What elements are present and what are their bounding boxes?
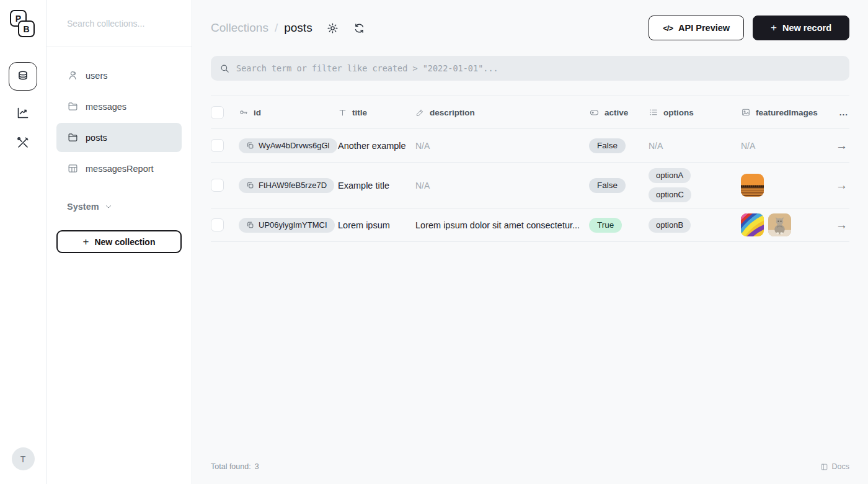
column-header-options[interactable]: options [649, 107, 741, 117]
records-search-input[interactable] [236, 63, 841, 73]
column-header-featuredImages[interactable]: featuredImages [741, 107, 831, 117]
cell-title: Example title [338, 181, 389, 190]
record-id-pill[interactable]: UP06yiygImYTMCI [239, 218, 335, 233]
open-record-arrow-icon[interactable]: → [836, 179, 848, 191]
toggle-icon [589, 107, 600, 118]
collections-search-input[interactable] [67, 19, 179, 29]
open-record-arrow-icon[interactable]: → [836, 219, 848, 231]
copy-icon [246, 141, 254, 150]
columns-more-button[interactable]: ... [831, 108, 849, 117]
records-filter-bar [211, 56, 849, 81]
rail-nav [9, 62, 37, 150]
table-row[interactable]: UP06yiygImYTMCI Lorem ipsum Lorem ipsum … [211, 208, 849, 242]
text-icon [338, 108, 347, 117]
new-record-button[interactable]: + New record [753, 16, 849, 40]
collections-sidebar: users messages posts messagesReport Syst… [46, 0, 192, 484]
collections-nav-button[interactable] [9, 62, 37, 91]
new-collection-label: New collection [94, 237, 155, 247]
docs-label: Docs [832, 462, 849, 471]
docs-link[interactable]: Docs [820, 462, 849, 471]
pocketbase-logo[interactable]: P B [10, 10, 36, 40]
table-footer: Total found: 3 Docs [211, 449, 849, 484]
user-avatar[interactable]: T [12, 447, 35, 470]
collection-settings-button[interactable] [326, 22, 339, 35]
record-id-pill[interactable]: WyAw4bDrvws6gGl [239, 138, 337, 153]
plus-icon: + [83, 236, 89, 248]
option-pill: optionB [649, 218, 691, 233]
breadcrumb-collections[interactable]: Collections [211, 21, 268, 35]
active-badge: False [589, 138, 626, 153]
option-pill: optionC [649, 187, 691, 202]
cell-featured-images [741, 174, 764, 197]
collections-list: users messages posts messagesReport [46, 47, 192, 183]
row-checkbox[interactable] [211, 179, 224, 192]
total-found: Total found: 3 [211, 462, 259, 471]
cell-featured-images [741, 213, 791, 236]
sidebar-item-users[interactable]: users [56, 61, 182, 90]
app-rail: P B T [0, 0, 46, 484]
chart-line-icon [16, 105, 30, 120]
sidebar-item-label: messagesReport [86, 164, 154, 174]
new-collection-button[interactable]: + New collection [56, 230, 182, 253]
collections-search [46, 0, 192, 47]
column-header-description[interactable]: description [415, 108, 589, 117]
row-checkbox[interactable] [211, 218, 224, 231]
sidebar-item-messagesReport[interactable]: messagesReport [56, 154, 182, 183]
page-title: posts [284, 21, 312, 35]
system-group-toggle[interactable]: System [56, 202, 182, 212]
thumbnail-cat[interactable] [768, 213, 791, 236]
option-pill: optionA [649, 168, 691, 183]
record-id-pill[interactable]: FtHAW9feB5rze7D [239, 178, 334, 193]
open-record-arrow-icon[interactable]: → [836, 140, 848, 151]
settings-nav-button[interactable] [16, 135, 30, 150]
records-table: id title description active [211, 96, 849, 242]
code-icon: </> [663, 24, 673, 33]
total-found-value: 3 [255, 462, 259, 471]
page-header: Collections / posts </> API Preview + Ne… [211, 0, 849, 56]
sidebar-item-posts[interactable]: posts [56, 123, 182, 152]
new-record-label: New record [782, 23, 831, 33]
row-checkbox[interactable] [211, 139, 224, 152]
thumbnail-abstract-rainbow[interactable] [741, 213, 764, 236]
cell-title: Another example [338, 141, 406, 151]
cell-description: Lorem ipsum dolor sit amet consectetur..… [415, 220, 580, 230]
sidebar-item-messages[interactable]: messages [56, 92, 182, 121]
table-row[interactable]: WyAw4bDrvws6gGl Another example N/A Fals… [211, 129, 849, 163]
folder-icon [67, 101, 79, 112]
active-badge: False [589, 178, 626, 193]
logo-b-square: B [18, 20, 35, 37]
table-view-icon [67, 163, 79, 174]
column-header-active[interactable]: active [589, 107, 649, 118]
copy-icon [246, 221, 254, 229]
column-header-id[interactable]: id [239, 107, 338, 117]
cell-description: N/A [415, 141, 430, 151]
users-icon [67, 69, 79, 81]
pencil-icon [415, 108, 425, 117]
cell-description: N/A [415, 181, 430, 190]
logs-nav-button[interactable] [16, 105, 30, 120]
refresh-button[interactable] [353, 22, 366, 35]
sidebar-item-label: messages [86, 102, 126, 112]
copy-icon [246, 181, 254, 189]
api-preview-button[interactable]: </> API Preview [649, 16, 744, 40]
thumbnail-sunset-pier[interactable] [741, 174, 764, 197]
header-actions: </> API Preview + New record [649, 16, 849, 40]
search-icon [219, 63, 230, 74]
cell-title: Lorem ipsum [338, 220, 390, 230]
plus-icon: + [771, 22, 777, 34]
column-header-title[interactable]: title [338, 108, 415, 117]
table-header-row: id title description active [211, 96, 849, 129]
cell-options: optionB [649, 218, 691, 233]
sidebar-item-label: posts [86, 133, 107, 143]
cell-featured-images: N/A [741, 141, 755, 151]
chevron-down-icon [104, 202, 113, 211]
cell-options: optionA optionC [649, 168, 691, 202]
docs-icon [820, 463, 828, 471]
sidebar-item-label: users [86, 71, 107, 81]
main-panel: Collections / posts </> API Preview + Ne… [192, 0, 868, 484]
table-row[interactable]: FtHAW9feB5rze7D Example title N/A False … [211, 163, 849, 208]
api-preview-label: API Preview [678, 23, 730, 33]
cell-options: N/A [649, 141, 663, 151]
select-all-checkbox[interactable] [211, 106, 224, 119]
list-icon [649, 107, 658, 117]
